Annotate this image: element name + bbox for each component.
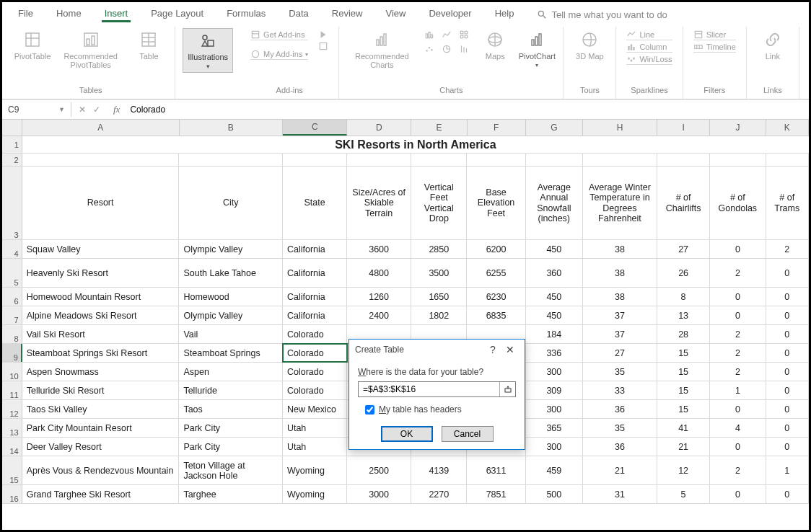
cell[interactable]: 4	[710, 419, 766, 437]
cell[interactable]: 0	[766, 485, 809, 503]
cell[interactable]: 1260	[347, 288, 411, 306]
get-addins-button[interactable]: Get Add-ins	[250, 30, 308, 40]
cell[interactable]: 13	[657, 306, 710, 324]
header-cell[interactable]: Average Annual Snowfall (inches)	[526, 167, 583, 239]
recommended-pivottables-button[interactable]: Recommended PivotTables	[56, 28, 126, 71]
cell[interactable]: 0	[766, 363, 809, 381]
row-header[interactable]: 10	[2, 363, 22, 381]
cell[interactable]: 300	[526, 363, 583, 381]
3d-map-button[interactable]: 3D Map	[571, 28, 608, 62]
stock-chart-icon[interactable]	[459, 44, 469, 54]
cell[interactable]: 1	[766, 456, 809, 484]
cell[interactable]: 0	[710, 240, 766, 258]
pivottable-button[interactable]: PivotTable	[14, 28, 51, 62]
cell[interactable]: 0	[766, 381, 809, 399]
my-addins-button[interactable]: My Add-ins ▾	[250, 49, 308, 60]
cell[interactable]: Homewood Mountain Resort	[22, 288, 180, 306]
tell-me-search[interactable]: Tell me what you want to do	[537, 6, 667, 22]
cell[interactable]: 0	[766, 400, 809, 418]
cell[interactable]: Colorado	[283, 381, 347, 399]
cell[interactable]: 36	[583, 438, 657, 456]
cell[interactable]: 38	[583, 288, 657, 306]
cell[interactable]: 1650	[411, 288, 467, 306]
cell[interactable]: 309	[526, 381, 583, 399]
row-header[interactable]: 12	[2, 400, 22, 418]
cell[interactable]: 365	[526, 419, 583, 437]
table-button[interactable]: Table	[130, 28, 167, 62]
cell[interactable]: Vail Ski Resort	[22, 325, 180, 343]
cell[interactable]: Vail	[179, 325, 283, 343]
column-chart-icon[interactable]	[424, 30, 434, 40]
cell[interactable]: 3500	[411, 259, 467, 287]
cell[interactable]: Targhee	[179, 485, 283, 503]
cell[interactable]: 35	[583, 419, 657, 437]
row-header[interactable]: 14	[2, 438, 22, 456]
row-header[interactable]: 9	[2, 344, 22, 362]
cell[interactable]: Colorado	[283, 363, 347, 381]
illustrations-button[interactable]: Illustrations▾	[183, 28, 233, 73]
cell[interactable]: 0	[766, 259, 809, 287]
cell[interactable]: Telluride Ski Resort	[22, 381, 180, 399]
header-cell[interactable]: City	[179, 167, 283, 239]
cell[interactable]: Utah	[283, 419, 347, 437]
cell[interactable]: Teton Village at Jackson Hole	[179, 456, 283, 484]
dialog-headers-checkbox[interactable]: My table has headers	[365, 404, 516, 414]
cell[interactable]: Après Vous & Rendezvous Mountain	[22, 456, 180, 484]
cell[interactable]: 450	[526, 240, 583, 258]
fx-icon[interactable]: fx	[108, 104, 126, 115]
sparkline-column-button[interactable]: Column	[626, 42, 672, 53]
cell[interactable]: 2850	[411, 240, 467, 258]
cell[interactable]: 2	[710, 456, 766, 484]
cell[interactable]: 37	[583, 306, 657, 324]
bing-maps-icon[interactable]	[318, 30, 328, 40]
row-header[interactable]: 4	[2, 240, 22, 258]
row-header[interactable]: 16	[2, 485, 22, 503]
cell[interactable]: Steamboat Springs Ski Resort	[22, 344, 180, 362]
cell[interactable]: 0	[766, 344, 809, 362]
cell[interactable]: Taos	[179, 400, 283, 418]
menu-help[interactable]: Help	[492, 6, 517, 22]
sparkline-line-button[interactable]: Line	[626, 30, 672, 40]
cell[interactable]: Alpine Meadows Ski Resort	[22, 306, 180, 324]
cancel-formula-icon[interactable]: ✕	[79, 105, 86, 115]
row-header[interactable]: 2	[2, 154, 22, 166]
cell[interactable]: 6200	[467, 240, 525, 258]
cell[interactable]: Colorado	[283, 344, 347, 362]
row-header[interactable]: 1	[2, 136, 22, 153]
header-cell[interactable]: Vertical Feet Vertical Drop	[411, 167, 467, 239]
cell[interactable]: 27	[657, 240, 710, 258]
enter-formula-icon[interactable]: ✓	[93, 105, 100, 115]
cell[interactable]: 450	[526, 288, 583, 306]
sparkline-winloss-button[interactable]: Win/Loss	[626, 54, 672, 65]
pie-chart-icon[interactable]	[442, 44, 452, 54]
cell[interactable]: 35	[583, 363, 657, 381]
cell[interactable]: 38	[583, 259, 657, 287]
cell[interactable]: 4139	[411, 456, 467, 484]
col-header-I[interactable]: I	[657, 120, 710, 136]
menu-home[interactable]: Home	[53, 6, 84, 22]
cell[interactable]: 2500	[347, 456, 411, 484]
cell[interactable]: 6311	[467, 456, 525, 484]
cell[interactable]: Olympic Valley	[179, 306, 283, 324]
row-header[interactable]: 15	[2, 456, 22, 484]
cell[interactable]: 31	[583, 485, 657, 503]
cell[interactable]: 2	[710, 259, 766, 287]
cell[interactable]: 37	[583, 325, 657, 343]
col-header-A[interactable]: A	[22, 120, 180, 136]
row-header[interactable]: 5	[2, 259, 22, 287]
cell[interactable]: 26	[657, 259, 710, 287]
cell[interactable]: Telluride	[179, 381, 283, 399]
cell[interactable]: Taos Ski Valley	[22, 400, 180, 418]
cell[interactable]: Olympic Valley	[179, 240, 283, 258]
col-header-D[interactable]: D	[347, 120, 411, 136]
cell[interactable]: Steamboat Springs	[179, 344, 283, 362]
cell[interactable]: 15	[657, 400, 710, 418]
cell[interactable]: California	[283, 306, 347, 324]
cell[interactable]: 0	[766, 306, 809, 324]
cell[interactable]: 21	[657, 438, 710, 456]
cell[interactable]: 12	[657, 456, 710, 484]
row-header[interactable]: 8	[2, 325, 22, 343]
cell[interactable]: South Lake Tahoe	[179, 259, 283, 287]
name-box[interactable]: C9▼	[2, 102, 71, 117]
cell[interactable]: 2400	[347, 306, 411, 324]
